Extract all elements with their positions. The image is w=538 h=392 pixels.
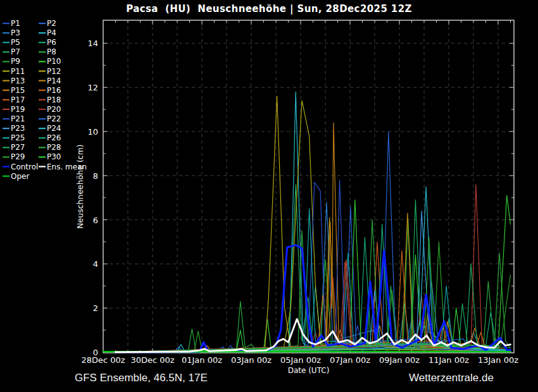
legend-label-p18: P18	[47, 95, 61, 104]
legend-item-control: Control	[3, 162, 38, 171]
footer-brand: Wetterzentrale.de	[409, 372, 494, 384]
legend-label-ens-mean: Ens. mean	[47, 162, 87, 171]
legend-label-p11: P11	[11, 67, 25, 76]
y-tick-label: 10	[87, 127, 98, 137]
x-tick-label: 30Dec 00z	[130, 355, 174, 365]
legend-item-p22: P22	[39, 114, 61, 123]
series-p7	[116, 185, 511, 352]
legend-item-p21: P21	[3, 114, 25, 123]
legend-item-p12: P12	[39, 67, 61, 76]
x-tick-label: 03Jan 00z	[231, 355, 272, 365]
legend-label-p9: P9	[11, 57, 20, 66]
legend-label-p8: P8	[47, 47, 56, 56]
y-tick-label: 0	[93, 348, 98, 357]
legend-label-p14: P14	[47, 77, 61, 85]
legend-item-p23: P23	[3, 124, 25, 133]
legend-item-p27: P27	[3, 143, 25, 152]
x-tick-label: 05Jan 00z	[280, 355, 321, 365]
series-p19	[116, 185, 511, 352]
legend-label-p15: P15	[11, 86, 25, 95]
x-tick-label: 11Jan 00z	[429, 355, 469, 365]
y-tick-label: 14	[87, 39, 98, 48]
y-tick-label: 4	[93, 259, 98, 269]
legend-label-p6: P6	[47, 38, 56, 47]
legend-item-p20: P20	[39, 105, 61, 114]
legend-label-oper: Oper	[11, 172, 29, 181]
legend-item-oper: Oper	[3, 172, 29, 181]
legend-item-p16: P16	[39, 86, 61, 95]
y-tick-label: 2	[93, 303, 98, 313]
x-tick-label: 07Jan 00z	[330, 355, 370, 365]
legend-item-p13: P13	[3, 77, 25, 85]
legend-label-p12: P12	[47, 67, 61, 76]
legend-label-p23: P23	[11, 124, 25, 133]
legend: P1P2P3P4P5P6P7P8P9P10P11P12P13P14P15P16P…	[3, 19, 87, 181]
y-axis-label: Neuschneehöhe (cm)	[75, 144, 85, 229]
legend-item-p3: P3	[3, 28, 20, 37]
legend-item-p10: P10	[39, 57, 61, 66]
legend-item-p1: P1	[3, 19, 20, 28]
series-lines	[103, 92, 511, 352]
legend-item-p6: P6	[39, 38, 56, 47]
x-axis-tick-labels: 28Dec 00z30Dec 00z01Jan 00z03Jan 00z05Ja…	[81, 355, 518, 365]
legend-label-p5: P5	[11, 38, 20, 47]
y-tick-label: 6	[93, 216, 98, 225]
legend-item-p5: P5	[3, 38, 20, 47]
ensemble-chart-page: Pacsa (HU) Neuschneehöhe | Sun, 28Dec202…	[0, 0, 538, 392]
legend-item-p25: P25	[3, 133, 25, 142]
legend-item-ens-mean: Ens. mean	[39, 162, 87, 171]
legend-item-p26: P26	[39, 133, 61, 142]
x-tick-label: 28Dec 00z	[81, 355, 125, 365]
legend-item-p11: P11	[3, 67, 25, 76]
legend-label-p29: P29	[11, 152, 25, 161]
legend-label-p4: P4	[47, 28, 56, 37]
legend-label-p2: P2	[47, 19, 56, 28]
chart-canvas: 28Dec 00z30Dec 00z01Jan 00z03Jan 00z05Ja…	[0, 0, 538, 392]
legend-item-p2: P2	[39, 19, 56, 28]
legend-label-control: Control	[11, 162, 38, 171]
legend-label-p21: P21	[11, 114, 25, 123]
chart-title: Pacsa (HU) Neuschneehöhe | Sun, 28Dec202…	[0, 3, 538, 15]
legend-item-p30: P30	[39, 152, 61, 161]
legend-item-p14: P14	[39, 77, 61, 85]
legend-label-p7: P7	[11, 47, 20, 56]
y-tick-label: 8	[93, 171, 98, 181]
legend-label-p26: P26	[47, 133, 61, 142]
y-axis-tick-labels: 02468101214	[87, 39, 98, 357]
legend-label-p1: P1	[11, 19, 20, 28]
legend-item-p9: P9	[3, 57, 20, 66]
legend-item-p7: P7	[3, 47, 20, 56]
legend-label-p27: P27	[11, 143, 25, 152]
legend-item-p29: P29	[3, 152, 25, 161]
y-tick-label: 12	[87, 83, 98, 92]
footer-model-info: GFS Ensemble, 46.5N, 17E	[75, 372, 208, 384]
x-axis-label: Date (UTC)	[288, 366, 330, 375]
legend-item-p28: P28	[39, 143, 61, 152]
legend-label-p20: P20	[47, 105, 61, 114]
legend-label-p24: P24	[47, 124, 61, 133]
x-tick-label: 01Jan 00z	[182, 355, 222, 365]
legend-item-p24: P24	[39, 124, 61, 133]
series-p21	[116, 180, 511, 352]
legend-label-p30: P30	[47, 152, 61, 161]
legend-label-p17: P17	[11, 95, 25, 104]
legend-label-p3: P3	[11, 28, 20, 37]
x-tick-label: 09Jan 00z	[379, 355, 420, 365]
legend-item-p17: P17	[3, 95, 25, 104]
legend-item-p4: P4	[39, 28, 56, 37]
legend-item-p15: P15	[3, 86, 25, 95]
legend-label-p19: P19	[11, 105, 25, 114]
legend-label-p13: P13	[11, 77, 25, 85]
legend-label-p22: P22	[47, 114, 61, 123]
legend-item-p18: P18	[39, 95, 61, 104]
legend-item-p19: P19	[3, 105, 25, 114]
legend-label-p16: P16	[47, 86, 61, 95]
x-tick-label: 13Jan 00z	[478, 355, 518, 365]
legend-label-p28: P28	[47, 143, 61, 152]
legend-item-p8: P8	[39, 47, 56, 56]
legend-label-p25: P25	[11, 133, 25, 142]
legend-label-p10: P10	[47, 57, 61, 66]
